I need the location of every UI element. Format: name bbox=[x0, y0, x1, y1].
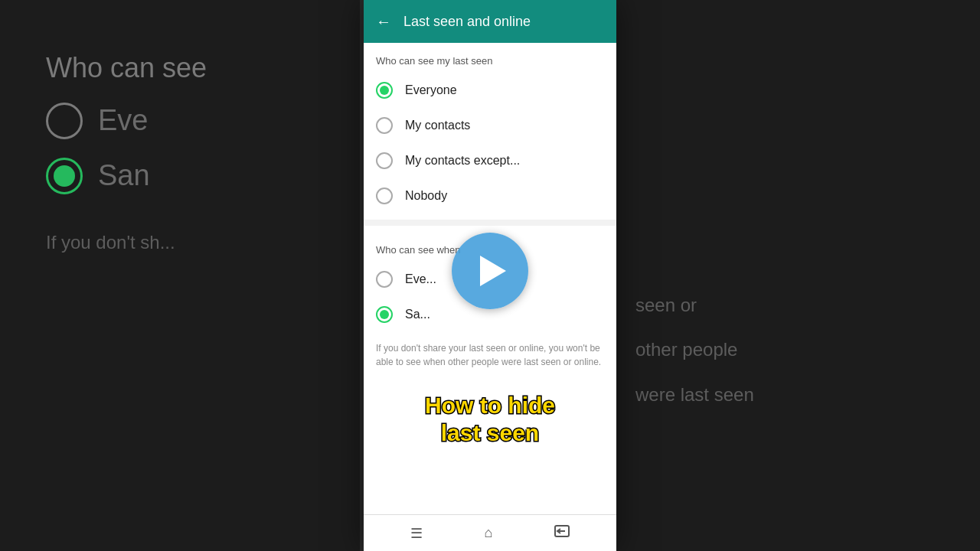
radio-my-contacts bbox=[376, 117, 393, 134]
option-my-contacts-except[interactable]: My contacts except... bbox=[364, 143, 616, 178]
play-button[interactable] bbox=[452, 233, 528, 309]
radio-everyone2 bbox=[376, 271, 393, 288]
overlay-text-container: How to hide last seen bbox=[364, 386, 616, 453]
section1-label: Who can see my last seen bbox=[364, 43, 616, 73]
radio-nobody bbox=[376, 187, 393, 204]
overlay-line1: How to hide bbox=[425, 393, 555, 418]
option-everyone2-label: Eve... bbox=[405, 272, 436, 286]
bg-radio-row-2: San bbox=[46, 158, 150, 194]
footnote-text: If you don't share your last seen or onl… bbox=[364, 332, 616, 378]
radio-same bbox=[376, 306, 393, 323]
menu-icon[interactable]: ☰ bbox=[404, 519, 429, 548]
option-same-label: Sa... bbox=[405, 308, 430, 321]
bg-right-text3: were last seen bbox=[635, 380, 754, 409]
option-my-contacts-except-label: My contacts except... bbox=[405, 154, 520, 168]
page-title: Last seen and online bbox=[403, 14, 604, 30]
bottom-nav: ☰ ⌂ bbox=[364, 514, 616, 551]
bg-text-whocansee: Who can see bbox=[46, 46, 207, 90]
bg-radio-selected bbox=[46, 158, 83, 194]
back-button[interactable]: ← bbox=[376, 13, 391, 31]
bg-right-text1: seen or bbox=[635, 291, 697, 320]
bg-footnote-partial: If you don't sh... bbox=[46, 228, 175, 257]
overlay-text: How to hide last seen bbox=[373, 392, 607, 447]
bg-everyone-partial: Eve bbox=[98, 104, 148, 137]
section-divider bbox=[364, 220, 616, 226]
overlay-line2: last seen bbox=[441, 420, 539, 445]
phone-content: Who can see my last seen Everyone My con… bbox=[364, 43, 616, 514]
bg-left: Who can see Eve San If you don't sh... bbox=[0, 0, 360, 551]
bg-right-text2: other people bbox=[635, 335, 737, 364]
bg-radio-empty bbox=[46, 103, 83, 139]
bg-same-partial: San bbox=[98, 159, 150, 192]
back-nav-icon[interactable] bbox=[548, 519, 576, 547]
option-everyone-label: Everyone bbox=[405, 83, 457, 97]
radio-everyone bbox=[376, 82, 393, 99]
bg-right: seen or other people were last seen bbox=[612, 0, 980, 551]
bg-radio-row-1: Eve bbox=[46, 103, 148, 139]
option-my-contacts-label: My contacts bbox=[405, 119, 470, 132]
option-nobody-label: Nobody bbox=[405, 189, 447, 203]
play-icon bbox=[480, 256, 506, 286]
radio-my-contacts-except bbox=[376, 152, 393, 169]
option-my-contacts[interactable]: My contacts bbox=[364, 108, 616, 143]
phone-frame: ← Last seen and online Who can see my la… bbox=[364, 0, 616, 551]
home-icon[interactable]: ⌂ bbox=[479, 519, 499, 547]
phone-header: ← Last seen and online bbox=[364, 0, 616, 43]
option-nobody[interactable]: Nobody bbox=[364, 178, 616, 214]
option-everyone[interactable]: Everyone bbox=[364, 73, 616, 108]
